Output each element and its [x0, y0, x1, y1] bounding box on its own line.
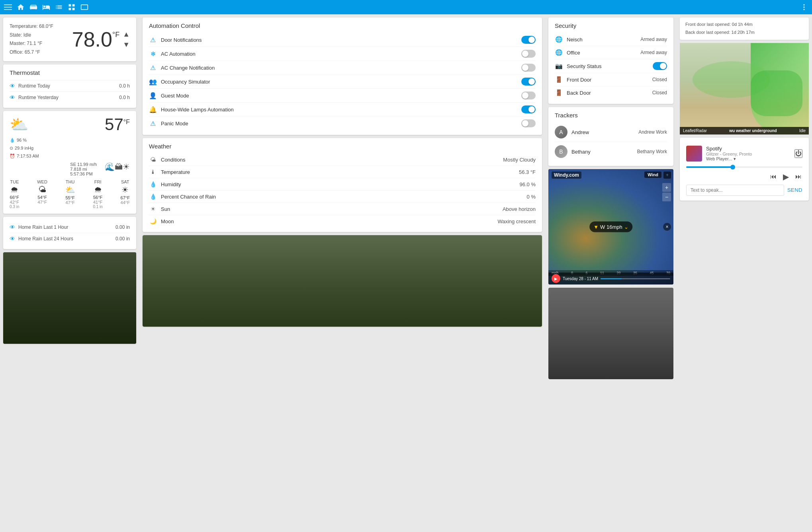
- column-3: Security 🌐 Neisch Armed away 🌐 Office Ar…: [545, 14, 677, 532]
- svg-rect-2: [4, 9, 12, 10]
- front-door-value: Closed: [652, 77, 667, 82]
- back-door-info: Back door last opened: 1d 20h 17m: [685, 29, 803, 37]
- column-1: Temperature: 68.0°F State: Idle Master: …: [0, 14, 139, 532]
- neisch-value: Armed away: [640, 37, 667, 42]
- home-icon[interactable]: [17, 3, 25, 11]
- sun-value: Above horizon: [503, 206, 536, 212]
- temp-down-button[interactable]: ▼: [123, 41, 130, 48]
- radar-status: Idle: [799, 129, 806, 133]
- ac-auto-toggle[interactable]: [521, 50, 536, 58]
- wind-settings-icon[interactable]: +: [663, 171, 671, 179]
- forecast-tue: TUE 🌧 66°F 42°F 0.3 in: [10, 179, 19, 209]
- forecast-wed: WED 🌤 54°F 47°F: [37, 179, 47, 209]
- more-options-icon[interactable]: [800, 3, 808, 11]
- tablet-icon[interactable]: [80, 3, 88, 11]
- pressure-value: 29.9 inHg: [15, 144, 33, 152]
- panic-toggle[interactable]: [521, 119, 536, 127]
- front-door-label: Front Door: [567, 77, 648, 83]
- runtime-yesterday-value: 0.0 h: [119, 95, 130, 100]
- rain-hour-eye-icon: 👁: [10, 224, 15, 230]
- andrew-avatar: A: [555, 126, 567, 138]
- sunrise-value: 5:57:36 PM: [70, 171, 97, 176]
- rain-last-24-row: 👁 Home Rain Last 24 Hours 0.00 in: [10, 233, 130, 244]
- next-track-button[interactable]: ⏭: [794, 172, 802, 181]
- zoom-in-button[interactable]: +: [662, 183, 671, 192]
- automation-title: Automation Control: [149, 22, 536, 29]
- door-notif-toggle[interactable]: [521, 36, 536, 44]
- runtime-yesterday-label: Runtime Yesterday: [18, 95, 116, 100]
- moon-row: 🌙 Moon Waxing crescent: [149, 215, 536, 227]
- office-value: Armed away: [640, 50, 667, 55]
- conditions-row: 🌤 Conditions Mostly Cloudy: [149, 154, 536, 166]
- neisch-row: 🌐 Neisch Armed away: [555, 33, 667, 46]
- wind-label: Wind: [644, 171, 661, 178]
- office-label: Office: [567, 50, 636, 56]
- trackers-card: Trackers A Andrew Andrew Work B Bethany …: [548, 107, 673, 166]
- spotify-artist: Glitzer - Greeny, Pronto: [706, 152, 790, 156]
- runtime-today-label: Runtime Today: [18, 83, 116, 89]
- weather-detail-card: Weather 🌤 Conditions Mostly Cloudy 🌡 Tem…: [143, 138, 542, 232]
- occupancy-label: Occupancy Simulator: [161, 79, 517, 85]
- door-notif-icon: ⚠: [149, 36, 157, 44]
- timeline-bar[interactable]: [601, 278, 670, 279]
- security-status-row: 📷 Security Status: [555, 59, 667, 73]
- lamps-toggle[interactable]: [521, 105, 536, 113]
- occupancy-toggle[interactable]: [521, 78, 536, 86]
- list-icon[interactable]: [55, 3, 63, 11]
- auto-house-lamps: 🔔 House-Wide Lamps Automation: [149, 103, 536, 117]
- time-value: 7:17:53 AM: [17, 152, 39, 160]
- wind-speed-badge: ▼ W 16mph ⌄: [589, 222, 632, 232]
- auto-occupancy-sim: 👥 Occupancy Simulator: [149, 75, 536, 89]
- weather-widget-card: ⛅ 57°F 💧96 % ⊙29.9 inHg ⏰7:17:53 AM SE 1…: [3, 111, 136, 213]
- conditions-icon: 🌤: [149, 156, 157, 163]
- guest-toggle[interactable]: [521, 92, 536, 99]
- trackers-title: Trackers: [555, 112, 667, 119]
- ac-auto-label: AC Automation: [161, 51, 517, 57]
- backyard-camera-card: Backyard Camera Idle: [3, 252, 136, 344]
- setpoint-value: 78.0: [72, 27, 112, 51]
- main-grid: Temperature: 68.0°F State: Idle Master: …: [0, 14, 812, 532]
- column-4: Front door last opened: 0d 1h 44m Back d…: [677, 14, 812, 532]
- progress-bar[interactable]: [686, 166, 802, 168]
- front-door-icon: 🚪: [555, 76, 563, 83]
- radar-map: Leaflet/Radar wu weather underground Idl…: [680, 43, 809, 134]
- bed-icon[interactable]: [42, 3, 50, 11]
- rain-hour-label: Home Rain Last 1 Hour: [18, 224, 112, 230]
- wind-close-button[interactable]: ×: [663, 223, 671, 231]
- wind-play-button[interactable]: ▶: [552, 274, 560, 283]
- security-status-toggle[interactable]: [653, 62, 667, 70]
- menu-icon[interactable]: [4, 3, 12, 11]
- source-chevron-icon: ▾: [734, 156, 736, 162]
- ac-notif-toggle[interactable]: [521, 64, 536, 72]
- back-door-icon: 🚪: [555, 89, 563, 96]
- temp-up-button[interactable]: ▲: [123, 31, 130, 38]
- spotify-power-button[interactable]: ⏻: [794, 149, 802, 158]
- occupancy-icon: 👥: [149, 78, 157, 86]
- bethany-avatar: B: [555, 145, 567, 158]
- humidity-icon: 💧: [10, 136, 15, 144]
- wind-time: Tuesday 28 - 11 AM: [563, 277, 598, 281]
- security-status-label: Security Status: [567, 63, 649, 69]
- tts-send-button[interactable]: SEND: [787, 187, 802, 193]
- wind-timeline: ▶ Tuesday 28 - 11 AM: [548, 273, 673, 285]
- bethany-name: Bethany: [571, 149, 633, 155]
- weather-detail-title: Weather: [149, 143, 536, 150]
- play-pause-button[interactable]: ▶: [782, 171, 790, 182]
- sofa-icon[interactable]: [29, 3, 37, 11]
- forecast-thu: THU ⛅ 55°F 47°F: [65, 179, 75, 209]
- radar-map-bar: Leaflet/Radar wu weather underground Idl…: [680, 127, 809, 134]
- tts-input[interactable]: [686, 185, 784, 196]
- grid-icon[interactable]: [68, 3, 76, 11]
- rain-hour-value: 0.00 in: [115, 224, 130, 230]
- humidity-pct: 96 %: [17, 136, 27, 144]
- master-label: Master:: [10, 41, 25, 46]
- moon-icon: 🌙: [149, 218, 157, 224]
- rain-24-eye-icon: 👁: [10, 236, 15, 242]
- rain-24-value: 0.00 in: [115, 236, 130, 242]
- zoom-out-button[interactable]: −: [662, 193, 671, 201]
- neisch-icon: 🌐: [555, 36, 563, 43]
- ac-auto-icon: ❄: [149, 50, 157, 58]
- temperature-detail-label: Temperature: [161, 169, 515, 175]
- prev-track-button[interactable]: ⏮: [769, 172, 777, 181]
- runtime-today-value: 0.0 h: [119, 83, 130, 89]
